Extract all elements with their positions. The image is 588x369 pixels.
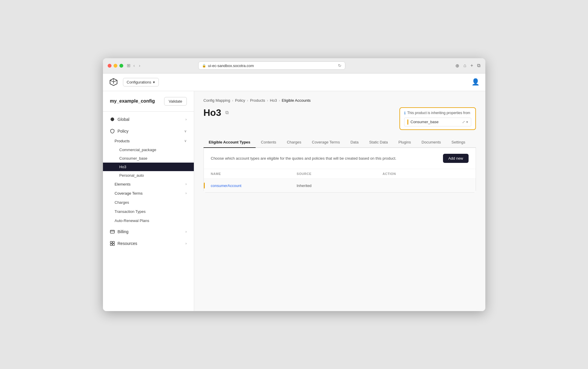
browser-chrome: ⊞ ‹ › 🔒 ui-ec-sandbox.socotra.com ↻ ⊕ ⌂ … bbox=[103, 58, 485, 74]
col-name-header: NAME bbox=[211, 172, 297, 176]
svg-rect-4 bbox=[113, 244, 114, 246]
sidebar-coverage-terms-header[interactable]: Coverage Terms › bbox=[103, 189, 194, 198]
policy-icon bbox=[110, 129, 115, 133]
sidebar-item-auto-renewal-plans[interactable]: Auto-Renewal Plans bbox=[103, 216, 194, 225]
browser-nav-controls: ⊞ ‹ › bbox=[127, 63, 141, 69]
sidebar-section-resources: Resources › bbox=[103, 238, 194, 249]
inheritance-chevron-icon: ▾ bbox=[466, 120, 468, 124]
tab-content-panel: Choose which account types are eligible … bbox=[204, 148, 476, 193]
home-icon[interactable]: ⌂ bbox=[463, 63, 466, 68]
tab-contents[interactable]: Contents bbox=[256, 137, 281, 148]
gear-icon bbox=[110, 117, 115, 122]
sidebar-products-subsection: Products ∨ Commercial_package Consumer_b… bbox=[103, 136, 194, 180]
elements-chevron-icon: › bbox=[186, 182, 187, 186]
sidebar-products-label: Products bbox=[115, 139, 130, 143]
breadcrumb-sep-1: › bbox=[232, 98, 233, 103]
policy-chevron-icon: ∨ bbox=[184, 129, 187, 133]
close-button[interactable] bbox=[108, 64, 111, 68]
billing-chevron-icon: › bbox=[186, 230, 187, 234]
page-header: Ho3 ⧉ ℹ This product is inheriting prope… bbox=[204, 107, 476, 130]
maximize-button[interactable] bbox=[119, 64, 123, 68]
page-title: Ho3 bbox=[204, 107, 221, 118]
sidebar-resources-header[interactable]: Resources › bbox=[103, 238, 194, 249]
sidebar-item-ho3[interactable]: Ho3 bbox=[103, 163, 194, 171]
sidebar-global-header[interactable]: Global › bbox=[103, 114, 194, 125]
breadcrumb-sep-3: › bbox=[267, 98, 268, 103]
breadcrumb-policy[interactable]: Policy bbox=[235, 98, 245, 103]
sidebar-item-consumer-base[interactable]: Consumer_base bbox=[103, 154, 194, 163]
source-text: Inherited bbox=[297, 183, 312, 188]
validate-button[interactable]: Validate bbox=[164, 97, 186, 106]
sidebar-elements-header[interactable]: Elements › bbox=[103, 180, 194, 189]
col-action-header: ACTION bbox=[383, 172, 469, 176]
tab-settings[interactable]: Settings bbox=[446, 137, 471, 148]
inheritance-title: ℹ This product is inheriting properties … bbox=[404, 111, 471, 115]
user-menu-icon[interactable]: 👤 bbox=[472, 78, 479, 86]
tab-coverage-terms[interactable]: Coverage Terms bbox=[307, 137, 345, 148]
col-source-header: SOURCE bbox=[297, 172, 383, 176]
copy-icon[interactable]: ⧉ bbox=[224, 109, 230, 116]
config-name-section: my_example_config Validate bbox=[103, 97, 194, 112]
sidebar-products-header[interactable]: Products ∨ bbox=[103, 136, 194, 146]
chevron-down-icon: ▾ bbox=[153, 80, 155, 84]
sidebar-global-label: Global bbox=[118, 117, 129, 122]
sidebar-billing-header[interactable]: Billing › bbox=[103, 226, 194, 237]
breadcrumb-ho3[interactable]: Ho3 bbox=[270, 98, 277, 103]
sidebar-toggle-icon[interactable]: ⊞ bbox=[127, 63, 131, 68]
breadcrumb-sep-2: › bbox=[247, 98, 248, 103]
table-cell-name: consumerAccount bbox=[211, 183, 297, 188]
download-icon[interactable]: ⊕ bbox=[455, 63, 459, 69]
sidebar-item-charges[interactable]: Charges bbox=[103, 198, 194, 207]
address-bar[interactable]: 🔒 ui-ec-sandbox.socotra.com ↻ bbox=[198, 61, 345, 70]
breadcrumb-config-mapping[interactable]: Config Mapping bbox=[204, 98, 230, 103]
table-cell-source: Inherited bbox=[297, 183, 383, 188]
inheritance-value: Consumer_base bbox=[411, 120, 460, 124]
tab-data[interactable]: Data bbox=[345, 137, 364, 148]
sidebar-item-commercial-package[interactable]: Commercial_package bbox=[103, 146, 194, 154]
products-chevron-icon: ∨ bbox=[184, 139, 187, 143]
new-tab-icon[interactable]: + bbox=[470, 63, 473, 68]
forward-button[interactable]: › bbox=[138, 63, 141, 69]
sidebar-section-global: Global › bbox=[103, 114, 194, 125]
config-name-text: my_example_config bbox=[110, 98, 155, 104]
share-icon: ⤢ bbox=[462, 120, 465, 124]
url-text: ui-ec-sandbox.socotra.com bbox=[208, 64, 254, 68]
reload-icon[interactable]: ↻ bbox=[338, 63, 342, 68]
back-button[interactable]: ‹ bbox=[132, 63, 136, 69]
inheritance-select[interactable]: Consumer_base ⤢ ▾ bbox=[404, 118, 471, 126]
sidebar-item-personal-auto[interactable]: Personal_auto bbox=[103, 171, 194, 180]
data-table: NAME SOURCE ACTION consumerAccount Inher… bbox=[204, 169, 476, 192]
sidebar-policy-header[interactable]: Policy ∨ bbox=[103, 126, 194, 136]
breadcrumb-products[interactable]: Products bbox=[250, 98, 265, 103]
resources-icon bbox=[110, 241, 115, 246]
sidebar-policy-label: Policy bbox=[118, 129, 129, 133]
breadcrumb: Config Mapping › Policy › Products › Ho3… bbox=[204, 98, 476, 103]
sidebar-item-transaction-types[interactable]: Transaction Types bbox=[103, 207, 194, 216]
sidebar-coverage-terms-subsection: Coverage Terms › bbox=[103, 189, 194, 198]
tab-eligible-account-types[interactable]: Eligible Account Types bbox=[204, 137, 256, 148]
global-chevron-icon: › bbox=[186, 117, 187, 121]
app-logo bbox=[109, 77, 118, 87]
sidebar: my_example_config Validate Global › bbox=[103, 91, 194, 311]
minimize-button[interactable] bbox=[114, 64, 117, 68]
inheritance-title-text: This product is inheriting properties fr… bbox=[407, 111, 470, 115]
tab-charges[interactable]: Charges bbox=[281, 137, 307, 148]
tabs-icon[interactable]: ⧉ bbox=[477, 63, 480, 68]
inheritance-actions[interactable]: ⤢ ▾ bbox=[462, 120, 468, 124]
sidebar-section-policy: Policy ∨ Products ∨ Commercial_package bbox=[103, 126, 194, 225]
traffic-lights bbox=[108, 64, 123, 68]
lock-icon: 🔒 bbox=[202, 64, 206, 68]
svg-rect-2 bbox=[113, 241, 114, 243]
breadcrumb-eligible-accounts: Eligible Accounts bbox=[282, 98, 311, 103]
configurations-dropdown[interactable]: Configurations ▾ bbox=[123, 78, 159, 86]
consumer-account-link[interactable]: consumerAccount bbox=[211, 183, 241, 188]
tab-documents[interactable]: Documents bbox=[416, 137, 446, 148]
top-nav: Configurations ▾ 👤 bbox=[103, 74, 485, 91]
tab-plugins[interactable]: Plugins bbox=[393, 137, 416, 148]
add-new-button[interactable]: Add new bbox=[443, 154, 469, 163]
coverage-terms-chevron-icon: › bbox=[186, 191, 187, 195]
page-title-area: Ho3 ⧉ bbox=[204, 107, 230, 118]
configurations-label: Configurations bbox=[127, 80, 151, 84]
tab-static-data[interactable]: Static Data bbox=[364, 137, 393, 148]
tab-description-area: Choose which account types are eligible … bbox=[204, 148, 476, 169]
